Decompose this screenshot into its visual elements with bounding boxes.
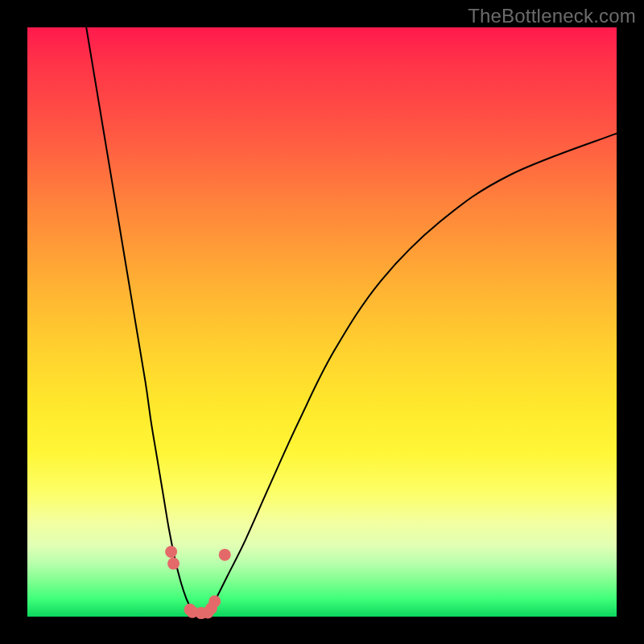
- data-marker: [165, 546, 177, 558]
- watermark-text: TheBottleneck.com: [468, 5, 636, 27]
- data-marker: [167, 558, 180, 570]
- data-marker: [219, 549, 231, 561]
- plot-area: [27, 27, 617, 617]
- bottleneck-curve: [86, 27, 617, 613]
- chart-frame: TheBottleneck.com: [0, 0, 644, 644]
- data-marker: [208, 595, 221, 607]
- curve-layer: [86, 27, 617, 613]
- chart-svg: [27, 27, 617, 617]
